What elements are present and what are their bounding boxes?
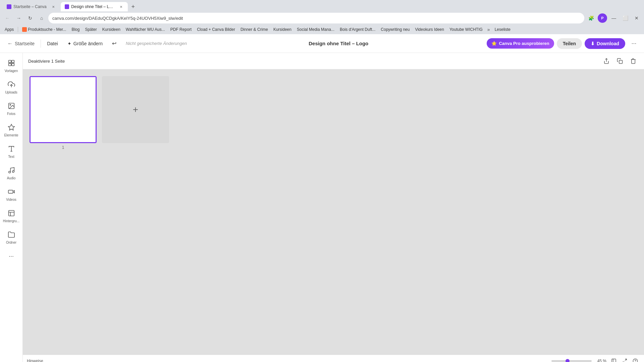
sidebar-item-text[interactable]: Text <box>1 141 21 162</box>
undo-button[interactable]: ↩ <box>109 38 120 49</box>
bookmark-kursideen2[interactable]: Kursideen <box>271 26 293 33</box>
bookmark-produktsuche[interactable]: Produktsuche - Mer... <box>20 26 68 33</box>
bookmark-copywriting[interactable]: Copywriting neu <box>379 26 412 33</box>
resize-label: Größe ändern <box>73 41 103 46</box>
bookmark-apps[interactable]: Apps <box>3 26 16 33</box>
help-button[interactable] <box>631 356 640 362</box>
canvas-header-title: Deaktiviere 1 Seite <box>28 59 65 64</box>
page-count-button[interactable] <box>609 356 619 362</box>
extensions-button[interactable]: 🧩 <box>586 13 596 23</box>
unsaved-text: Nicht gespeicherte Änderungen <box>126 41 187 46</box>
bookmark-kursideen2-label: Kursideen <box>273 27 291 32</box>
uploads-icon <box>7 80 16 89</box>
delete-page-button[interactable] <box>628 56 639 66</box>
bookmark-youtube[interactable]: Youtube WICHTIG <box>447 26 485 33</box>
home-button[interactable]: ⌂ <box>37 13 46 23</box>
bookmark-blog[interactable]: Blog <box>69 26 82 33</box>
bookmark-bois[interactable]: Bois d'Argent Duft... <box>338 26 377 33</box>
bookmark-pdfreport-label: PDF Report <box>170 27 192 32</box>
more-options-button[interactable]: ··· <box>628 38 640 50</box>
sidebar-item-elemente[interactable]: Elemente <box>1 120 21 140</box>
download-button[interactable]: ⬇ Download <box>585 38 625 49</box>
svg-rect-16 <box>612 359 616 362</box>
sidebar-item-elemente-label: Elemente <box>4 133 18 137</box>
browser-tab-2[interactable]: Design ohne Titel – Logo ✕ <box>61 2 128 11</box>
audio-icon <box>7 166 16 175</box>
svg-point-6 <box>10 104 11 105</box>
bookmark-bois-label: Bois d'Argent Duft... <box>340 27 375 32</box>
zoom-slider-thumb <box>566 359 570 362</box>
elemente-icon <box>7 123 16 132</box>
bookmark-socialmedia-label: Social Media Mana... <box>297 27 334 32</box>
bookmark-dinner-label: Dinner & Crime <box>240 27 268 32</box>
page-1-number: 1 <box>62 145 64 150</box>
undo-icon: ↩ <box>112 40 116 47</box>
download-icon: ⬇ <box>591 41 595 46</box>
bookmark-wahlfächer[interactable]: Wahlfächer WU Aus... <box>124 26 167 33</box>
sidebar-item-fotos[interactable]: Fotos <box>1 99 21 119</box>
sidebar-item-hintergru[interactable]: Hintergru... <box>1 206 21 226</box>
file-button[interactable]: Datei <box>44 39 61 48</box>
resize-button[interactable]: ✦ Größe ändern <box>64 39 106 48</box>
sidebar-item-uploads[interactable]: Uploads <box>1 77 21 97</box>
bookmark-leseliste[interactable]: Leseliste <box>493 26 513 33</box>
sidebar-item-audio[interactable]: Audio <box>1 163 21 183</box>
page-1-canvas[interactable] <box>30 76 97 143</box>
tab-1-close[interactable]: ✕ <box>51 4 56 9</box>
fullscreen-button[interactable] <box>620 356 629 362</box>
new-tab-button[interactable]: + <box>128 2 138 11</box>
toolbar: ← Startseite Datei ✦ Größe ändern ↩ Nich… <box>0 34 644 53</box>
svg-rect-0 <box>8 60 11 63</box>
browser-close[interactable]: ✕ <box>632 13 641 23</box>
svg-point-11 <box>12 171 14 173</box>
browser-maximize[interactable]: ⬜ <box>621 13 630 23</box>
canva-pro-button[interactable]: ⭐ Canva Pro ausprobieren <box>487 38 554 49</box>
design-title[interactable]: Design ohne Titel – Logo <box>309 41 368 46</box>
sidebar-item-audio-label: Audio <box>7 176 16 180</box>
bookmarks-more-button[interactable]: » <box>486 26 491 33</box>
back-button[interactable]: ← <box>3 13 12 23</box>
ordner-icon <box>7 230 16 239</box>
bookmark-dinner[interactable]: Dinner & Crime <box>238 26 270 33</box>
reload-button[interactable]: ↻ <box>25 13 35 23</box>
bookmark-cload[interactable]: Cload + Canva Bilder <box>195 26 237 33</box>
canva-pro-star-icon: ⭐ <box>491 41 497 46</box>
hintergru-icon <box>7 208 16 218</box>
bookmark-pdfreport[interactable]: PDF Report <box>168 26 194 33</box>
svg-rect-12 <box>8 190 13 193</box>
share-button[interactable]: Teilen <box>557 38 582 49</box>
sidebar-item-text-label: Text <box>8 155 14 159</box>
bookmark-apps-label: Apps <box>5 27 14 32</box>
bookmark-videokurs[interactable]: Videokurs Ideen <box>413 26 446 33</box>
zoom-slider[interactable] <box>551 360 592 362</box>
tab-2-close[interactable]: ✕ <box>118 4 124 9</box>
download-label: Download <box>597 41 619 46</box>
canvas-header-actions <box>601 56 639 66</box>
browser-tab-1[interactable]: Startseite – Canva ✕ <box>3 2 60 11</box>
bookmark-copywriting-label: Copywriting neu <box>381 27 410 32</box>
bookmark-socialmedia[interactable]: Social Media Mana... <box>295 26 336 33</box>
add-page-thumb: + <box>102 76 169 348</box>
bookmark-blog-label: Blog <box>71 27 79 32</box>
sidebar-item-videos-label: Videos <box>6 198 16 202</box>
zoom-slider-container: 45 % <box>551 359 606 362</box>
home-button[interactable]: ← Startseite <box>4 39 38 49</box>
add-page-button[interactable]: + <box>102 76 169 143</box>
svg-point-20 <box>633 359 637 362</box>
sidebar-item-vorlagen[interactable]: Vorlagen <box>1 56 21 76</box>
bookmark-separator <box>18 27 18 32</box>
forward-button[interactable]: → <box>14 13 23 23</box>
duplicate-page-button[interactable] <box>614 56 625 66</box>
bookmark-kursideen1[interactable]: Kursideen <box>100 26 122 33</box>
address-bar[interactable]: canva.com/design/DAEduQCDgkA/KeIY5q-24UO… <box>48 13 584 23</box>
sidebar-item-ordner[interactable]: Ordner <box>1 227 21 247</box>
more-icon: ··· <box>631 40 636 47</box>
bookmark-später[interactable]: Später <box>83 26 99 33</box>
profile-button[interactable]: P <box>598 13 607 23</box>
svg-line-18 <box>625 359 627 361</box>
sidebar-item-videos[interactable]: Videos <box>1 184 21 204</box>
share-page-button[interactable] <box>601 56 612 66</box>
browser-minimize[interactable]: — <box>609 13 619 23</box>
sidebar-item-hintergru-label: Hintergru... <box>3 219 19 223</box>
sidebar-item-more[interactable]: ··· <box>1 249 21 263</box>
